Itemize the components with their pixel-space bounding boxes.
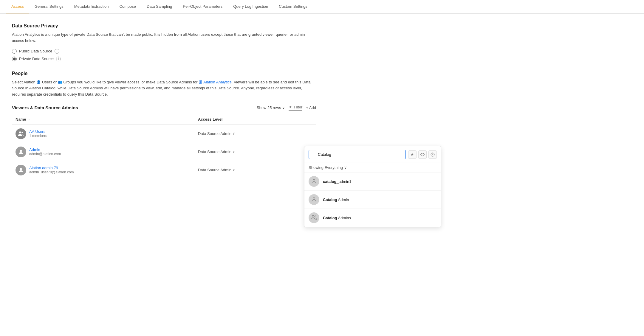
search-input-wrapper: 🔍 [309,150,406,159]
table-header: Viewers & Data Source Admins Show 25 row… [12,105,316,111]
tab-query-log-ingestion[interactable]: Query Log Ingestion [228,0,273,13]
tab-access[interactable]: Access [6,0,29,13]
show-rows-button[interactable]: Show 25 rows ∨ [257,105,285,110]
add-button[interactable]: + Add [306,105,316,110]
user-name-cell: AA Users 1 members [12,125,194,143]
public-info-icon[interactable]: i [55,49,59,54]
filter-area: ⧩ Filter [289,105,302,111]
table-row: Admin admin@alation.com Data Source Admi… [12,143,316,161]
tab-per-object-parameters[interactable]: Per-Object Parameters [177,0,228,13]
user-avatar-icon [18,167,24,173]
user-info: Alation admin 79 admin_user79@alation.co… [29,166,74,174]
main-content: Data Source Privacy Alation Analytics is… [0,14,328,189]
user-name[interactable]: Alation admin 79 [29,166,74,170]
group-avatar-icon [18,130,24,137]
viewers-table-title: Viewers & Data Source Admins [12,105,78,110]
user-name[interactable]: Admin [29,147,61,152]
access-level-value: Data Source Admin [198,150,231,154]
access-level-dropdown[interactable]: Data Source Admin ∨ [198,131,312,136]
showing-everything-filter[interactable]: Showing Everything ∨ [304,163,441,172]
public-radio[interactable] [12,49,17,54]
svg-point-2 [20,150,22,152]
access-level-column-header[interactable]: Access Level [194,114,316,125]
privacy-description: Alation Analytics is a unique type of pr… [12,32,316,44]
table-header-row: Name ↑ Access Level [12,114,316,125]
showing-everything-label: Showing Everything [309,165,343,170]
table-row: Alation admin 79 admin_user79@alation.co… [12,161,316,179]
add-label: + Add [306,105,316,110]
table-row: AA Users 1 members Data Source Admin ∨ [12,125,316,143]
access-level-chevron-icon: ∨ [233,168,235,172]
user-sub: admin_user79@alation.com [29,170,74,174]
svg-point-4 [422,154,423,155]
result-name: catalog_admin1 [323,179,351,184]
privacy-radio-group: Public Data Source i Private Data Source… [12,49,316,61]
filter-icon: ⧩ [289,105,292,110]
viewers-section: Viewers & Data Source Admins Show 25 row… [12,105,316,179]
user-sub: admin@alation.com [29,152,61,156]
access-level-col-label: Access Level [198,117,222,122]
privacy-title: Data Source Privacy [12,23,316,29]
user-name[interactable]: AA Users [29,129,47,134]
user-icon: 👤 [36,80,41,84]
tab-custom-settings[interactable]: Custom Settings [273,0,312,13]
svg-point-6 [313,179,315,181]
tab-general-settings[interactable]: General Settings [29,0,69,13]
table-body: AA Users 1 members Data Source Admin ∨ [12,125,316,179]
search-input[interactable] [309,150,406,159]
showing-everything-chevron-icon: ∨ [344,165,347,170]
public-data-source-option[interactable]: Public Data Source i [12,49,316,54]
viewers-table: Name ↑ Access Level [12,114,316,179]
filter-label: Filter [294,105,302,109]
tab-data-sampling[interactable]: Data Sampling [141,0,177,13]
avatar [16,165,26,175]
access-level-dropdown[interactable]: Data Source Admin ∨ [198,150,312,154]
show-rows-chevron-icon: ∨ [282,105,285,110]
svg-point-0 [19,131,21,133]
user-info: Admin admin@alation.com [29,147,61,156]
eye-icon [420,153,425,157]
svg-point-1 [21,132,23,133]
eye-filter-button[interactable] [418,150,427,159]
access-level-value: Data Source Admin [198,168,231,172]
private-data-source-option[interactable]: Private Data Source i [12,57,316,61]
result-avatar [309,176,319,187]
datasource-icon: 🗄 [199,80,202,84]
search-popup: 🔍 ★ Showing Everything ∨ [304,146,441,189]
search-result-item[interactable]: catalog_admin1 [304,172,441,189]
avatar [16,147,26,157]
clock-filter-button[interactable] [428,150,437,159]
table-controls: Show 25 rows ∨ ⧩ Filter + Add [257,105,316,111]
user-name-cell: Alation admin 79 admin_user79@alation.co… [12,161,194,179]
access-level-dropdown[interactable]: Data Source Admin ∨ [198,168,312,172]
tab-metadata-extraction[interactable]: Metadata Extraction [69,0,114,13]
access-level-chevron-icon: ∨ [233,132,235,136]
tab-compose[interactable]: Compose [114,0,141,13]
name-sort-icon: ↑ [28,118,30,121]
privacy-section: Data Source Privacy Alation Analytics is… [12,23,316,61]
tab-bar: Access General Settings Metadata Extract… [0,0,644,14]
result-user-icon [311,178,317,184]
private-info-icon[interactable]: i [56,57,61,61]
name-col-label: Name [16,117,26,122]
group-icon: 👥 [58,80,62,84]
access-level-chevron-icon: ∨ [233,150,235,154]
people-title: People [12,71,316,76]
private-radio[interactable] [12,57,17,61]
private-data-source-label: Private Data Source [19,57,54,61]
search-input-area: 🔍 ★ [304,146,441,163]
user-cell: Admin admin@alation.com [16,147,191,157]
user-avatar-icon [18,149,24,155]
people-section: People Select Alation 👤 Users or 👥 Group… [12,71,316,98]
user-cell: Alation admin 79 admin_user79@alation.co… [16,165,191,175]
result-name-highlight: catalog [323,179,337,184]
user-cell: AA Users 1 members [16,128,191,139]
star-filter-button[interactable]: ★ [408,150,417,159]
access-level-value: Data Source Admin [198,131,231,136]
table-head: Name ↑ Access Level [12,114,316,125]
result-name-rest: _admin1 [337,179,352,184]
search-filter-buttons: ★ [408,150,437,159]
name-column-header[interactable]: Name ↑ [12,114,194,125]
alation-analytics-link[interactable]: Alation Analytics [203,80,232,84]
user-sub: 1 members [29,134,47,138]
